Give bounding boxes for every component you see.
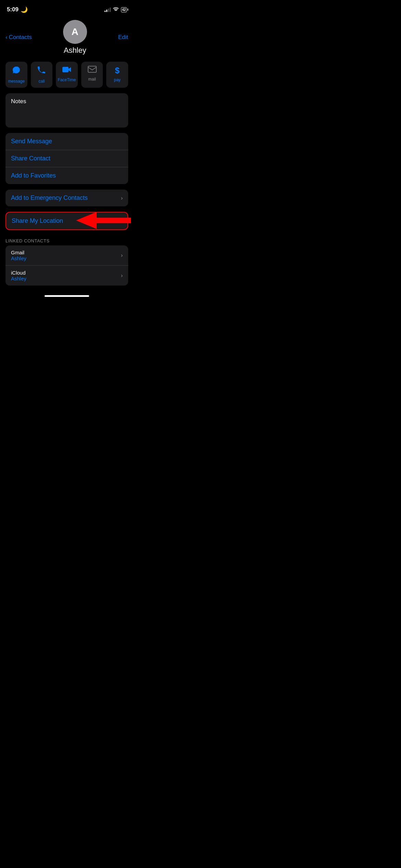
nav-bar: ‹ Contacts A Ashley Edit	[0, 17, 134, 59]
actions-menu-card: Send Message Share Contact Add to Favori…	[5, 133, 128, 184]
home-bar	[45, 295, 89, 297]
facetime-label: FaceTime	[58, 77, 76, 82]
status-time: 5:09 🌙	[7, 6, 28, 13]
status-bar: 5:09 🌙 42	[0, 0, 134, 17]
chevron-left-icon: ‹	[5, 34, 8, 41]
add-to-favorites-button[interactable]: Add to Favorites	[5, 167, 128, 184]
message-button[interactable]: message	[5, 62, 27, 88]
linked-contacts-header: LINKED CONTACTS	[0, 236, 134, 245]
gmail-provider: Gmail	[11, 250, 26, 255]
home-indicator	[0, 288, 134, 300]
mail-button[interactable]: mail	[81, 62, 103, 88]
share-location-wrapper: Share My Location	[5, 212, 128, 230]
battery-level: 42	[122, 8, 126, 12]
back-button[interactable]: ‹ Contacts	[5, 34, 32, 41]
call-icon	[37, 66, 46, 77]
share-location-card: Share My Location	[5, 212, 128, 230]
notes-card[interactable]: Notes	[5, 93, 128, 128]
share-contact-button[interactable]: Share Contact	[5, 150, 128, 167]
call-button[interactable]: call	[31, 62, 53, 88]
time-label: 5:09	[7, 6, 19, 13]
status-icons: 42	[105, 7, 127, 12]
icloud-provider: iCloud	[11, 270, 26, 276]
battery-icon: 42	[121, 7, 127, 12]
back-label: Contacts	[9, 34, 32, 41]
facetime-icon	[62, 66, 72, 75]
avatar: A	[63, 20, 87, 44]
gmail-name: Ashley	[11, 255, 26, 261]
share-location-button[interactable]: Share My Location	[6, 213, 127, 229]
mail-label: mail	[88, 77, 96, 82]
icloud-linked-item[interactable]: iCloud Ashley ›	[5, 266, 128, 286]
action-buttons-row: message call FaceTime mail $ pay	[0, 59, 134, 93]
gmail-linked-item[interactable]: Gmail Ashley ›	[5, 245, 128, 266]
signal-icon	[105, 7, 111, 12]
emergency-contacts-card: Add to Emergency Contacts ›	[5, 190, 128, 206]
chevron-right-icon: ›	[121, 273, 123, 279]
moon-icon: 🌙	[21, 6, 28, 13]
nav-title: A Ashley	[63, 20, 87, 55]
call-label: call	[38, 79, 45, 84]
message-icon	[12, 66, 21, 77]
send-message-button[interactable]: Send Message	[5, 133, 128, 150]
chevron-right-icon: ›	[121, 252, 123, 258]
chevron-right-icon: ›	[121, 195, 123, 201]
mail-icon	[88, 66, 97, 75]
facetime-button[interactable]: FaceTime	[56, 62, 78, 88]
linked-contacts-card: Gmail Ashley › iCloud Ashley ›	[5, 245, 128, 286]
wifi-icon	[113, 7, 119, 12]
pay-button[interactable]: $ pay	[106, 62, 128, 88]
pay-label: pay	[114, 77, 120, 82]
edit-button[interactable]: Edit	[118, 34, 128, 41]
message-label: message	[8, 79, 25, 84]
svg-rect-0	[62, 67, 69, 72]
svg-rect-1	[88, 66, 96, 72]
pay-icon: $	[115, 66, 119, 75]
icloud-name: Ashley	[11, 276, 26, 281]
contact-name: Ashley	[64, 46, 86, 55]
add-emergency-button[interactable]: Add to Emergency Contacts ›	[5, 190, 128, 206]
notes-label: Notes	[11, 98, 26, 105]
